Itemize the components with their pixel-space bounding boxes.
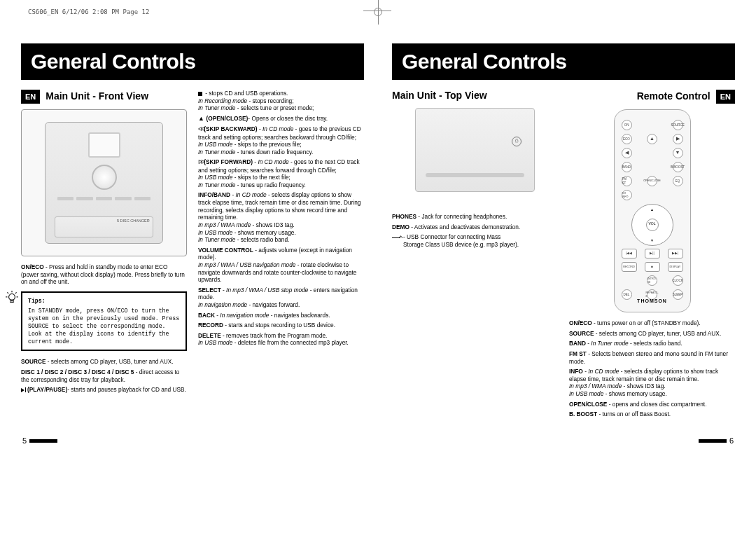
play-icon <box>21 388 24 392</box>
svg-line-5 <box>7 292 8 294</box>
right-page-col-1: Main Unit - Top View ⎙ PHONES - Jack for… <box>392 90 558 421</box>
label-rc-fmst: FM ST <box>569 350 587 357</box>
remote-btn-fmst: FM ST <box>622 176 632 186</box>
label-skipfwd: (SKIP FORWARD) <box>204 158 253 165</box>
remote-btn-band: BAND <box>622 162 632 172</box>
eject-icon: ▲ <box>198 115 206 122</box>
remote-btn-bboost: B.BOOST <box>673 162 683 172</box>
label-rc-openclose: OPEN/CLOSE <box>569 401 607 408</box>
label-openclose: (OPEN/CLOSE) <box>206 115 248 122</box>
section-title: General Controls <box>402 50 566 74</box>
label-rc-bboost: B. BOOST <box>569 410 597 418</box>
page-left: General Controls EN Main Unit - Front Vi… <box>21 43 364 421</box>
remote-vol-dpad: ▲ VOL ▼ <box>631 204 673 246</box>
remote-btn-display: DISPLAY <box>668 262 683 272</box>
svg-rect-7 <box>10 300 13 302</box>
label-rc-band: BAND <box>569 340 586 347</box>
label-delete: DELETE <box>198 332 221 339</box>
label-skipback: (SKIP BACKWARD) <box>204 125 257 132</box>
language-badge: EN <box>21 90 40 104</box>
left-page-col-2: - stops CD and USB operations. In Record… <box>198 90 364 396</box>
label-select: SELECT <box>198 287 221 294</box>
document-spread: General Controls EN Main Unit - Front Vi… <box>21 43 735 421</box>
remote-btn-playpause: ▶|| <box>645 249 660 258</box>
remote-btn-cdinfo: CD INFO <box>622 190 632 200</box>
left-page-col-1: EN Main Unit - Front View 5 DISC CHANGER… <box>21 90 187 396</box>
remote-btn-intro: INTRO 10 <box>647 275 657 286</box>
pause-icon <box>25 387 26 392</box>
label-on-eco: ON/ECO <box>21 263 44 270</box>
lightbulb-icon <box>4 290 20 305</box>
label-source: SOURCE <box>21 358 46 365</box>
remote-heading: Remote Control <box>637 90 710 103</box>
remote-btn-prev: |◀◀ <box>622 249 637 258</box>
svg-point-0 <box>9 294 15 300</box>
label-infoband: INFO/BAND <box>198 191 230 198</box>
remote-btn-record: RECORD <box>622 262 637 272</box>
remote-btn-source: SOURCE <box>673 120 683 130</box>
usb-port-icon: ⎙ <box>512 137 522 146</box>
label-discs: DISC 1 / DISC 2 / DISC 3 / DISC 4 / DISC… <box>21 368 134 375</box>
page-number-6: 6 <box>696 436 734 445</box>
remote-btn-stop: ■ <box>645 262 660 272</box>
skip-back-icon: ᐊᐊ <box>198 126 204 132</box>
main-unit-top-illustration: ⎙ <box>392 108 558 206</box>
label-record: RECORD <box>198 322 223 329</box>
disc-changer-label: 5 DISC CHANGER <box>55 216 153 237</box>
label-phones: PHONES <box>392 213 416 220</box>
tips-body: In STANDBY mode, press ON/ECO to turn th… <box>28 307 181 345</box>
tips-title: Tips: <box>28 297 181 305</box>
right-page-col-2: Remote Control EN ON SOURCE ECO ▲ ▶ ◀ <box>569 90 735 421</box>
label-rc-source: SOURCE <box>569 330 594 337</box>
remote-btn-left: ◀ <box>622 148 632 158</box>
stop-icon <box>198 92 202 96</box>
label-rc-info: INFO <box>569 368 583 375</box>
section-title: General Controls <box>31 50 195 74</box>
remote-btn-on: ON <box>622 120 632 130</box>
remote-btn-up: ▲ <box>647 134 657 144</box>
tips-box: Tips: In STANDBY mode, press ON/ECO to t… <box>21 291 187 351</box>
top-view-heading: Main Unit - Top View <box>392 90 487 101</box>
remote-btn-openclose: OPEN/CLOSE <box>647 176 657 186</box>
remote-btn-eco: ECO <box>622 134 632 144</box>
label-playpause: (PLAY/PAUSE) <box>27 386 67 393</box>
usb-icon <box>392 235 402 242</box>
remote-btn-right: ▶ <box>673 134 683 144</box>
label-rc-oneco: ON/ECO <box>569 319 592 326</box>
crop-mark-icon <box>374 7 382 19</box>
label-volume: VOLUME CONTROL <box>198 247 253 254</box>
label-demo: DEMO <box>392 223 410 230</box>
front-view-heading: Main Unit - Front View <box>46 90 148 103</box>
remote-btn-down: ▼ <box>673 148 683 158</box>
remote-btn-clock: CLOCK <box>673 275 683 286</box>
remote-btn-next: ▶▶| <box>668 249 683 258</box>
remote-brand-label: THOMSON <box>615 298 690 305</box>
main-unit-front-illustration: 5 DISC CHANGER <box>21 109 187 256</box>
remote-control-illustration: ON SOURCE ECO ▲ ▶ ◀ ▼ BAND B.BOOST <box>614 109 691 312</box>
section-title-bar: General Controls <box>392 43 735 80</box>
page-right: General Controls Main Unit - Top View ⎙ … <box>392 43 735 421</box>
svg-line-6 <box>15 292 17 294</box>
page-number-5: 5 <box>22 436 60 445</box>
skip-fwd-icon: ᐅᐅ <box>198 159 204 165</box>
label-back: BACK <box>198 312 215 319</box>
section-title-bar: General Controls <box>21 43 364 80</box>
language-badge: EN <box>716 90 735 104</box>
remote-btn-eq: EQ <box>673 176 683 186</box>
